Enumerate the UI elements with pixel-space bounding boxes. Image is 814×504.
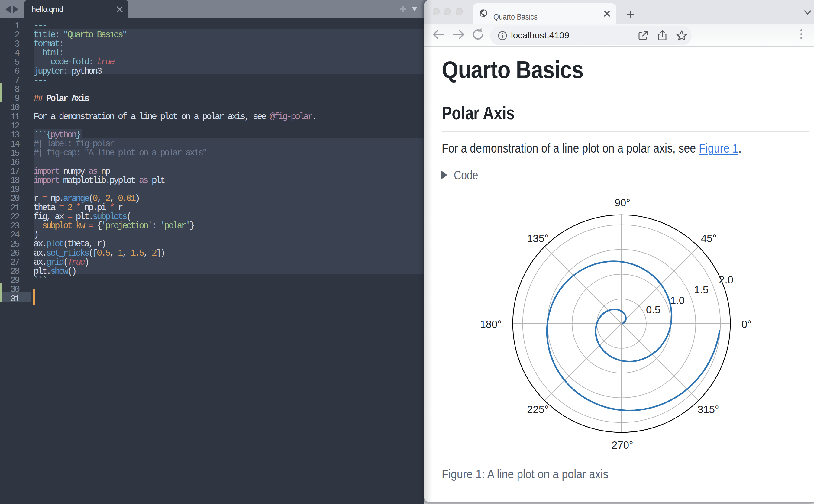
svg-text:45°: 45° <box>701 233 717 244</box>
svg-text:180°: 180° <box>480 318 502 330</box>
svg-text:225°: 225° <box>527 404 548 415</box>
svg-text:315°: 315° <box>697 404 719 415</box>
svg-text:270°: 270° <box>612 439 633 451</box>
svg-text:135°: 135° <box>527 233 548 244</box>
svg-text:0.5: 0.5 <box>646 304 661 315</box>
svg-text:1.5: 1.5 <box>694 284 709 296</box>
svg-text:2.0: 2.0 <box>719 274 733 286</box>
svg-text:0°: 0° <box>741 318 751 330</box>
svg-text:1.0: 1.0 <box>670 295 685 306</box>
svg-text:90°: 90° <box>615 197 630 208</box>
